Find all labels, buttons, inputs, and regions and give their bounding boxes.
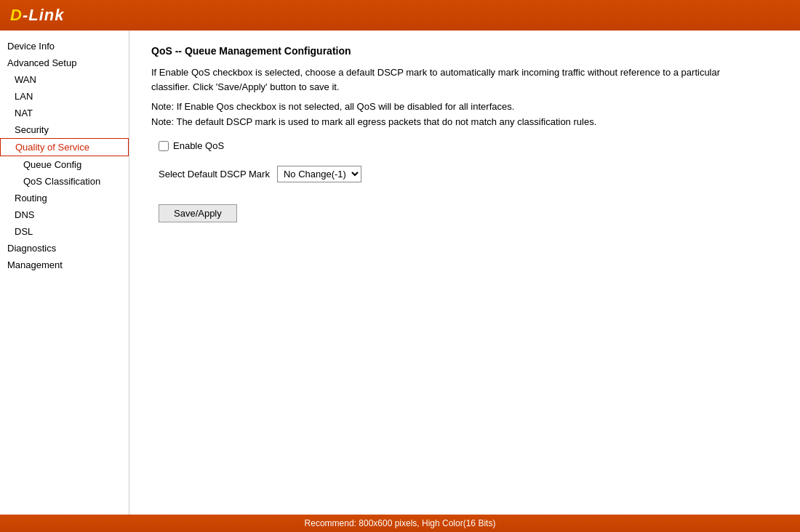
- note2: Note: The default DSCP mark is used to m…: [151, 116, 748, 127]
- sidebar-item-lan[interactable]: LAN: [0, 88, 129, 105]
- page-title: QoS -- Queue Management Configuration: [151, 45, 778, 57]
- note1: Note: If Enable Qos checkbox is not sele…: [151, 101, 748, 112]
- sidebar-item-dsl[interactable]: DSL: [0, 223, 129, 240]
- sidebar-item-routing[interactable]: Routing: [0, 190, 129, 206]
- sidebar-item-management[interactable]: Management: [0, 257, 129, 273]
- description-text: If Enable QoS checkbox is selected, choo…: [151, 65, 748, 94]
- sidebar-item-advanced-setup[interactable]: Advanced Setup: [0, 55, 129, 71]
- button-row: Save/Apply: [159, 204, 778, 222]
- main-content: QoS -- Queue Management Configuration If…: [129, 31, 800, 515]
- sidebar-item-quality-of-service[interactable]: Quality of Service: [0, 138, 129, 156]
- dscp-row: Select Default DSCP Mark No Change(-1)De…: [159, 166, 778, 182]
- header: D-Link: [0, 0, 800, 31]
- sidebar-item-qos-classification[interactable]: QoS Classification: [0, 173, 129, 190]
- footer-text: Recommend: 800x600 pixels, High Color(16…: [305, 518, 496, 528]
- sidebar-item-device-info[interactable]: Device Info: [0, 38, 129, 55]
- layout: Device InfoAdvanced SetupWANLANNATSecuri…: [0, 31, 800, 515]
- enable-qos-checkbox[interactable]: [159, 141, 169, 151]
- sidebar-item-nat[interactable]: NAT: [0, 105, 129, 121]
- dscp-select[interactable]: No Change(-1)Default(0)AF11(10)AF12(12)A…: [277, 166, 361, 182]
- sidebar-item-diagnostics[interactable]: Diagnostics: [0, 240, 129, 257]
- dscp-label: Select Default DSCP Mark: [159, 169, 270, 180]
- sidebar: Device InfoAdvanced SetupWANLANNATSecuri…: [0, 31, 129, 515]
- sidebar-item-dns[interactable]: DNS: [0, 206, 129, 223]
- footer: Recommend: 800x600 pixels, High Color(16…: [0, 515, 800, 532]
- save-apply-button[interactable]: Save/Apply: [159, 204, 237, 222]
- sidebar-item-security[interactable]: Security: [0, 121, 129, 138]
- sidebar-item-queue-config[interactable]: Queue Config: [0, 156, 129, 173]
- enable-qos-row: Enable QoS: [159, 140, 778, 151]
- enable-qos-label[interactable]: Enable QoS: [173, 140, 224, 151]
- logo: D-Link: [10, 6, 64, 25]
- sidebar-item-wan[interactable]: WAN: [0, 71, 129, 88]
